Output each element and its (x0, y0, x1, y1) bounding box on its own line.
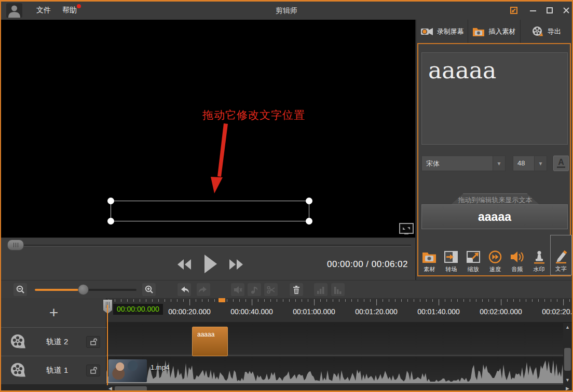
timeline-zoom-handle[interactable] (78, 284, 89, 295)
font-size-select[interactable]: 48 ▼ (513, 156, 547, 171)
minimize-button[interactable] (526, 5, 540, 16)
track2-lane[interactable]: aaaaa (106, 323, 563, 356)
track1-lock-button[interactable] (86, 365, 100, 376)
rewind-button[interactable] (175, 258, 193, 271)
timeline-ruler[interactable]: 00:00:20.000 00:00:40.000 00:01:00.000 0… (106, 298, 572, 323)
timeline-toolbar (1, 280, 572, 298)
redo-icon (198, 285, 209, 295)
stats-descending-button[interactable] (331, 283, 345, 296)
mute-button[interactable] (231, 283, 244, 296)
tab-watermark[interactable]: 水印 (528, 237, 550, 275)
selection-handle-bottom-left[interactable] (107, 218, 114, 225)
vertical-scrollbar[interactable]: ▲ ▼ (563, 323, 572, 385)
track1-name: 轨道 1 (28, 366, 86, 375)
trash-icon (292, 285, 301, 295)
vertical-scroll-handle[interactable] (564, 348, 571, 371)
selection-handle-top-left[interactable] (107, 198, 114, 204)
close-icon (563, 7, 569, 13)
insert-material-label: 插入素材 (488, 27, 515, 36)
folder-camera-icon (472, 26, 485, 37)
seek-track[interactable] (7, 245, 411, 246)
resize-arrow-icon (510, 6, 518, 15)
speaker-icon (509, 250, 525, 264)
scroll-up-icon[interactable]: ▲ (565, 325, 570, 330)
export-button[interactable]: 导出 (521, 20, 572, 43)
text-clip[interactable]: aaaaa (192, 327, 228, 356)
scroll-right-icon[interactable]: ▶ (566, 386, 569, 391)
draggable-text-preview[interactable]: aaaaa (421, 204, 568, 229)
tab-watermark-label: 水印 (534, 265, 545, 273)
bar-chart-descending-icon (333, 285, 343, 295)
cut-button[interactable] (264, 283, 278, 296)
video-preview: 拖动它修改文字位置 (1, 20, 415, 237)
ruler-ticks (106, 299, 572, 302)
zoom-in-button[interactable] (142, 283, 156, 296)
tab-transition-label: 转场 (445, 265, 457, 273)
font-family-select[interactable]: 宋体 ▼ (421, 156, 506, 171)
maximize-icon (547, 7, 553, 13)
fit-screen-button[interactable] (399, 222, 414, 237)
mute-icon (233, 285, 242, 295)
scrollbar-corner: ▶ (563, 385, 572, 392)
selection-handle-top-right[interactable] (306, 198, 312, 204)
scale-icon (466, 250, 481, 264)
video-thumbnail[interactable] (108, 359, 147, 382)
seek-handle[interactable] (7, 240, 24, 250)
text-content-input[interactable]: aaaaa (421, 52, 568, 145)
tab-material[interactable]: 素材 (418, 237, 440, 275)
record-screen-button[interactable]: 录制屏幕 (416, 20, 468, 43)
edit-audio-button[interactable] (248, 283, 261, 296)
insert-material-button[interactable]: 插入素材 (468, 20, 520, 43)
close-button[interactable] (560, 5, 573, 16)
track2-name: 轨道 2 (28, 337, 86, 347)
minimize-icon (530, 7, 536, 13)
fast-forward-button[interactable] (227, 258, 245, 271)
track1-lane[interactable]: 1.mp4 (106, 357, 563, 385)
text-selection-box[interactable] (111, 201, 309, 221)
track-header-panel: + 轨道 2 (1, 298, 106, 384)
stats-ascending-button[interactable] (314, 283, 328, 296)
scroll-down-icon[interactable]: ▼ (565, 378, 570, 383)
chevron-down-icon: ▼ (493, 156, 505, 171)
tab-speed-label: 速度 (489, 265, 501, 273)
pencil-icon (553, 249, 569, 263)
zoom-out-icon (16, 285, 25, 295)
track2-header: 轨道 2 (1, 327, 106, 356)
redo-button[interactable] (197, 283, 210, 296)
bar-chart-ascending-icon (316, 285, 325, 295)
unlock-icon (90, 367, 97, 374)
horizontal-scroll-handle[interactable] (115, 386, 147, 391)
ruler-label: 00:01:40.000 (417, 307, 460, 316)
tab-speed[interactable]: 速度 (484, 237, 506, 275)
scroll-left-icon[interactable]: ◀ (108, 386, 112, 391)
play-icon (202, 254, 218, 274)
tab-text[interactable]: 文字 (550, 235, 572, 275)
font-color-button[interactable]: A (553, 156, 569, 171)
playhead-line (107, 305, 108, 391)
tab-text-label: 文字 (555, 265, 567, 273)
rewind-icon (175, 258, 193, 271)
tool-tabs: 素材 转场 (418, 237, 572, 275)
current-time-label: 00:00:00.000 (113, 304, 163, 315)
zoom-in-icon (144, 285, 154, 295)
delete-button[interactable] (290, 283, 303, 296)
play-button[interactable] (202, 254, 218, 274)
horizontal-scrollbar[interactable]: ◀ (106, 385, 563, 392)
ruler-label: 00:01:20.000 (355, 307, 398, 316)
action-buttons-bar: 录制屏幕 插入素材 导出 (416, 20, 572, 43)
add-track-button[interactable]: + (1, 298, 106, 327)
switch-mode-button[interactable] (507, 5, 521, 16)
zoom-out-button[interactable] (13, 283, 27, 296)
audio-waveform (106, 357, 563, 383)
undo-button[interactable] (178, 283, 191, 296)
maximize-button[interactable] (543, 5, 556, 16)
record-screen-label: 录制屏幕 (437, 27, 464, 36)
selection-handle-bottom-right[interactable] (306, 218, 312, 225)
tab-transition[interactable]: 转场 (440, 237, 462, 275)
ruler-label: 00:02:00.000 (480, 307, 522, 316)
tab-audio[interactable]: 音频 (506, 237, 528, 275)
playhead-flag[interactable] (219, 298, 225, 302)
tab-scale[interactable]: 缩放 (462, 237, 484, 275)
right-panel: 录制屏幕 插入素材 导出 (415, 20, 572, 280)
track2-lock-button[interactable] (86, 336, 100, 348)
